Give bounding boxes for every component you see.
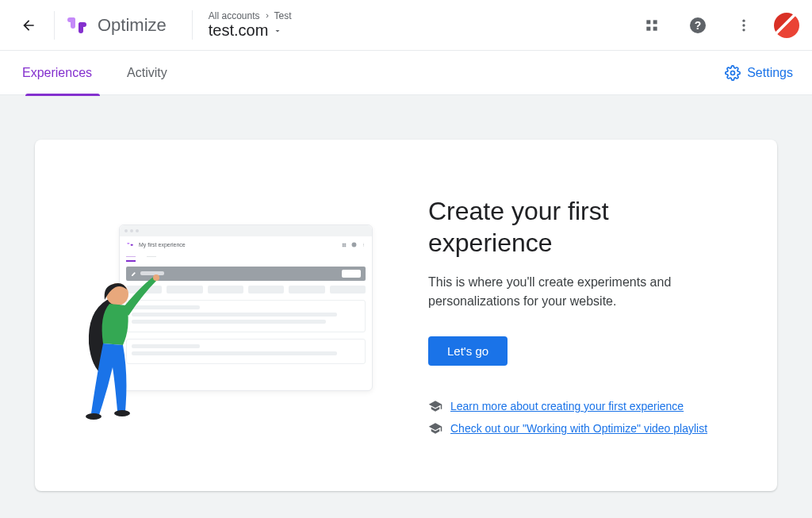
account-domain-text: test.com: [209, 21, 269, 40]
onboarding-subtitle: This is where you'll create experiments …: [428, 273, 733, 311]
breadcrumb-child: Test: [274, 10, 292, 21]
svg-point-22: [363, 244, 364, 245]
page-body: My first experience ————: [0, 95, 812, 518]
svg-point-21: [363, 244, 364, 244]
top-actions: ?: [636, 10, 799, 41]
tabs-bar: Experiences Activity Settings: [0, 51, 812, 95]
arrow-dropdown-icon: [273, 26, 282, 36]
svg-point-27: [86, 413, 102, 420]
settings-label: Settings: [747, 66, 793, 80]
svg-rect-14: [127, 242, 129, 244]
help-icon: ?: [688, 16, 707, 35]
svg-rect-15: [131, 244, 133, 245]
optimize-logo-icon: [64, 13, 90, 38]
breadcrumb-parent: All accounts: [209, 10, 260, 21]
svg-point-25: [153, 274, 159, 281]
settings-link[interactable]: Settings: [725, 65, 793, 81]
graduation-cap-icon: [428, 399, 442, 413]
svg-point-26: [114, 410, 130, 416]
svg-point-23: [363, 246, 364, 247]
svg-rect-4: [646, 20, 650, 24]
svg-point-20: [352, 243, 357, 247]
product-name: Optimize: [98, 15, 167, 36]
svg-rect-7: [653, 26, 657, 30]
graduation-cap-icon: [428, 421, 442, 436]
tab-experiences[interactable]: Experiences: [19, 51, 95, 95]
svg-rect-3: [79, 22, 83, 33]
apps-button[interactable]: [636, 10, 668, 41]
divider: [54, 11, 55, 40]
svg-rect-17: [344, 243, 346, 244]
help-button[interactable]: ?: [682, 10, 714, 41]
illustration: My first experience ————: [79, 217, 381, 423]
svg-rect-19: [344, 245, 346, 247]
account-picker[interactable]: All accounts Test test.com: [192, 10, 292, 40]
arrow-left-icon: [21, 17, 36, 33]
account-domain-picker: test.com: [209, 21, 292, 40]
breadcrumb: All accounts Test: [209, 10, 292, 21]
lets-go-button[interactable]: Let's go: [428, 336, 508, 366]
product-logo-group[interactable]: Optimize: [64, 13, 167, 38]
top-bar: Optimize All accounts Test test.com ?: [0, 0, 812, 51]
gear-icon: [725, 65, 741, 81]
help-link-learn-more: Learn more about creating your first exp…: [428, 399, 733, 413]
svg-text:?: ?: [695, 19, 702, 32]
onboarding-content: Create your first experience This is whe…: [428, 195, 733, 443]
onboarding-title: Create your first experience: [428, 195, 733, 259]
more-vert-icon: [736, 17, 752, 33]
video-playlist-link[interactable]: Check out our "Working with Optimize" vi…: [450, 422, 707, 435]
person-illustration-icon: [79, 256, 167, 423]
learn-more-link[interactable]: Learn more about creating your first exp…: [450, 400, 684, 412]
account-avatar[interactable]: [774, 13, 799, 38]
apps-icon: [644, 17, 660, 33]
svg-rect-5: [653, 20, 657, 24]
svg-point-11: [742, 24, 745, 26]
svg-point-12: [742, 29, 745, 31]
back-button[interactable]: [13, 10, 44, 41]
svg-rect-18: [343, 245, 344, 247]
svg-rect-16: [343, 243, 344, 244]
more-button[interactable]: [728, 10, 760, 41]
svg-point-13: [731, 71, 735, 75]
onboarding-card: My first experience ————: [35, 140, 777, 491]
svg-rect-6: [646, 26, 650, 30]
help-link-video-playlist: Check out our "Working with Optimize" vi…: [428, 421, 733, 436]
svg-rect-1: [71, 17, 75, 29]
tab-activity[interactable]: Activity: [124, 51, 170, 95]
svg-point-10: [742, 19, 745, 21]
illustration-mock-title: My first experience: [139, 242, 186, 247]
chevron-right-icon: [263, 12, 271, 20]
